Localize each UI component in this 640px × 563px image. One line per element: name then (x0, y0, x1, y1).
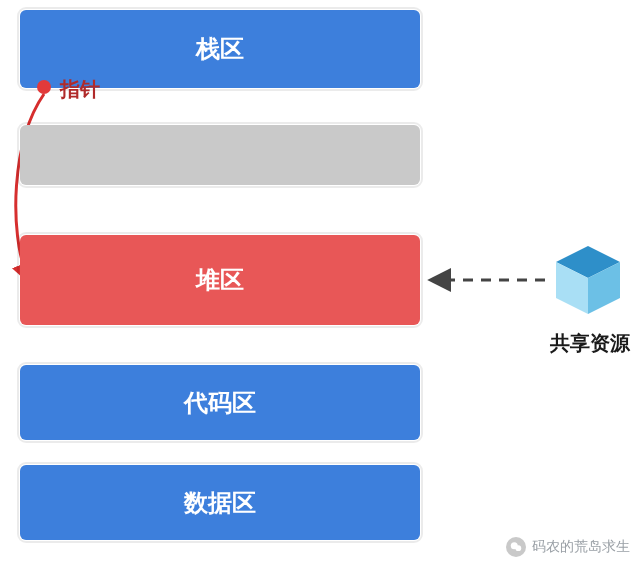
segment-stack-label: 栈区 (196, 33, 244, 65)
wechat-icon (506, 537, 526, 557)
watermark-text: 码农的荒岛求生 (532, 538, 630, 556)
segment-data: 数据区 (20, 465, 420, 540)
watermark: 码农的荒岛求生 (506, 537, 630, 557)
segment-code: 代码区 (20, 365, 420, 440)
pointer-dot (37, 80, 51, 94)
resource-cube-icon (548, 240, 628, 320)
segment-data-label: 数据区 (184, 487, 256, 519)
segment-gap (20, 125, 420, 185)
segment-heap-label: 堆区 (196, 264, 244, 296)
resource-label: 共享资源 (545, 330, 635, 357)
svg-point-5 (515, 545, 521, 551)
pointer-label: 指针 (60, 76, 100, 103)
segment-heap: 堆区 (20, 235, 420, 325)
segment-code-label: 代码区 (184, 387, 256, 419)
